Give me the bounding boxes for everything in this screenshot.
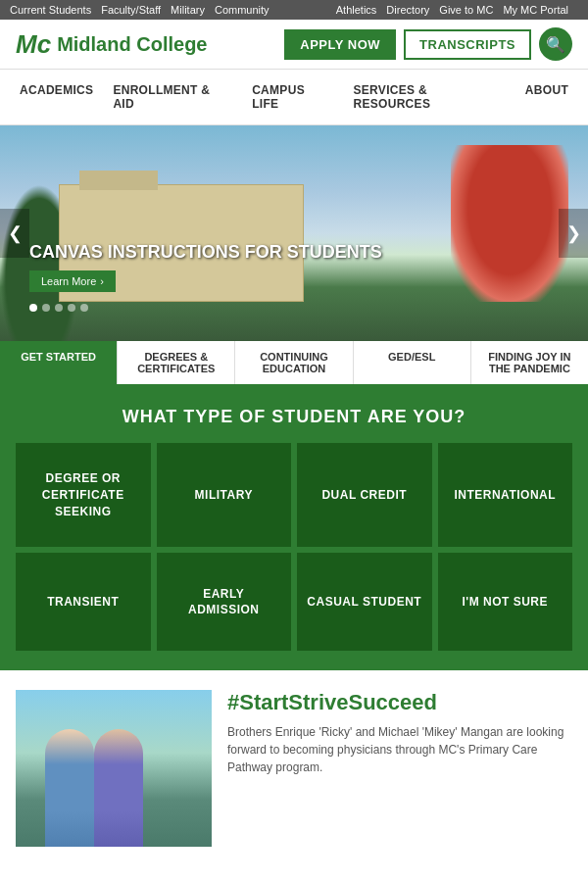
nav-enrollment[interactable]: ENROLLMENT & AID	[103, 70, 242, 124]
search-button[interactable]: 🔍	[539, 27, 572, 61]
util-link-directory[interactable]: Directory	[386, 4, 429, 16]
nav-about[interactable]: ABOUT	[515, 70, 578, 124]
utility-bar-right: Athletics Directory Give to MC My MC Por…	[336, 4, 578, 16]
hero-dots	[29, 304, 88, 312]
hero-caption: CANVAS INSTRUCTIONS FOR STUDENTS Learn M…	[29, 242, 382, 292]
hero-next-button[interactable]: ❯	[559, 209, 588, 258]
bottom-section: #StartStriveSucceed Brothers Enrique 'Ri…	[0, 670, 588, 866]
student-card-international[interactable]: INTERNATIONAL	[438, 443, 573, 547]
hero-tree-right	[451, 145, 568, 302]
hero-dot-3[interactable]	[55, 304, 63, 312]
student-type-title: WHAT TYPE OF STUDENT ARE YOU?	[16, 407, 572, 427]
chevron-right-icon: ›	[100, 275, 104, 287]
hero-dot-5[interactable]	[80, 304, 88, 312]
bottom-text: #StartStriveSucceed Brothers Enrique 'Ri…	[227, 690, 572, 847]
logo-icon: Mc	[16, 29, 51, 60]
hero-building-top	[79, 171, 158, 190]
hashtag: #StartStriveSucceed	[227, 690, 572, 715]
header-buttons: APPLY NOW TRANSCRIPTS 🔍	[284, 27, 572, 61]
figure-right	[94, 729, 143, 847]
apply-now-button[interactable]: APPLY NOW	[284, 29, 396, 60]
student-card-degree[interactable]: DEGREE OR CERTIFICATE SEEKING	[16, 443, 151, 547]
tab-get-started[interactable]: GET STARTED	[0, 341, 118, 384]
bottom-photo	[16, 690, 212, 847]
util-link-current-students[interactable]: Current Students	[10, 4, 91, 16]
util-link-portal[interactable]: My MC Portal	[503, 4, 568, 16]
util-link-athletics[interactable]: Athletics	[336, 4, 377, 16]
hero-dot-4[interactable]	[68, 304, 75, 312]
nav-campus-life[interactable]: CAMPUS LIFE	[242, 70, 343, 124]
util-link-community[interactable]: Community	[215, 4, 270, 16]
header: Mc Midland College APPLY NOW TRANSCRIPTS…	[0, 20, 588, 69]
hero-section: ❮ ❯ CANVAS INSTRUCTIONS FOR STUDENTS Lea…	[0, 125, 588, 341]
hero-caption-title: CANVAS INSTRUCTIONS FOR STUDENTS	[29, 242, 382, 263]
bottom-description: Brothers Enrique 'Ricky' and Michael 'Mi…	[227, 723, 572, 776]
student-grid: DEGREE OR CERTIFICATE SEEKING MILITARY D…	[16, 443, 572, 651]
nav-services[interactable]: SERVICES & RESOURCES	[343, 70, 514, 124]
learn-more-label: Learn More	[41, 275, 96, 287]
tab-ged-esl[interactable]: GED/ESL	[354, 341, 471, 384]
search-icon: 🔍	[546, 35, 565, 54]
util-link-give[interactable]: Give to MC	[439, 4, 493, 16]
tab-continuing-ed[interactable]: CONTINUING EDUCATION	[235, 341, 353, 384]
student-card-military[interactable]: MILITARY	[157, 443, 292, 547]
utility-bar: Current Students Faculty/Staff Military …	[0, 0, 588, 20]
logo-area: Mc Midland College	[16, 29, 207, 60]
page-end	[0, 866, 588, 882]
util-link-military[interactable]: Military	[171, 4, 205, 16]
tab-finding-joy[interactable]: FINDING JOY IN THE PANDEMIC	[471, 341, 588, 384]
tab-degrees[interactable]: DEGREES & CERTIFICATES	[118, 341, 235, 384]
figure-left	[45, 729, 94, 847]
hero-dot-1[interactable]	[29, 304, 37, 312]
tab-bar: GET STARTED DEGREES & CERTIFICATES CONTI…	[0, 341, 588, 387]
nav-academics[interactable]: ACADEMICS	[10, 70, 103, 124]
utility-bar-left: Current Students Faculty/Staff Military …	[10, 4, 279, 16]
hero-dot-2[interactable]	[42, 304, 50, 312]
learn-more-button[interactable]: Learn More ›	[29, 270, 116, 292]
student-card-early-admission[interactable]: EARLY ADMISSION	[157, 553, 292, 651]
hero-prev-button[interactable]: ❮	[0, 209, 29, 258]
student-type-section: WHAT TYPE OF STUDENT ARE YOU? DEGREE OR …	[0, 387, 588, 670]
student-card-casual[interactable]: CASUAL STUDENT	[297, 553, 432, 651]
student-card-transient[interactable]: TRANSIENT	[16, 553, 151, 651]
transcripts-button[interactable]: TRANSCRIPTS	[404, 29, 531, 60]
util-link-faculty-staff[interactable]: Faculty/Staff	[101, 4, 161, 16]
logo-text: Midland College	[57, 33, 207, 56]
student-card-not-sure[interactable]: I'M NOT SURE	[438, 553, 573, 651]
student-card-dual-credit[interactable]: DUAL CREDIT	[297, 443, 432, 547]
main-nav: ACADEMICS ENROLLMENT & AID CAMPUS LIFE S…	[0, 69, 588, 125]
